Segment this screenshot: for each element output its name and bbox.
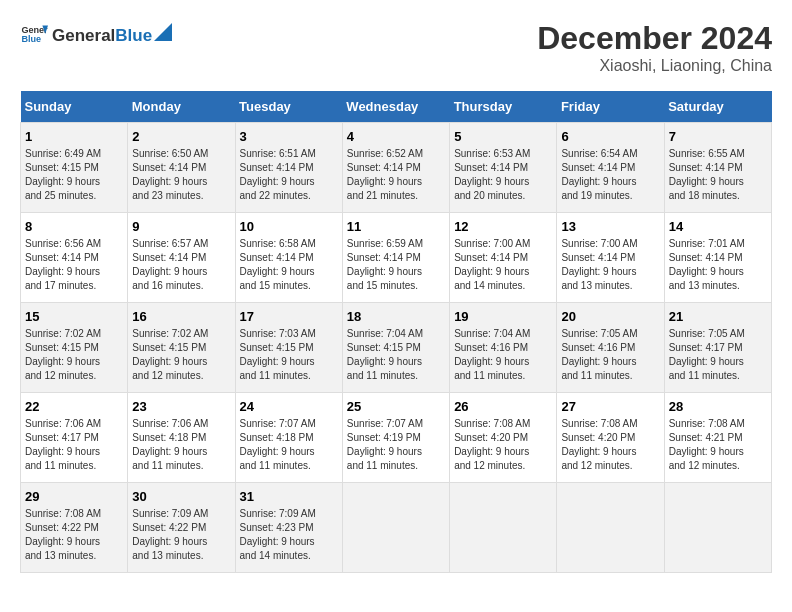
calendar-cell: 26Sunrise: 7:08 AM Sunset: 4:20 PM Dayli… — [450, 393, 557, 483]
day-info: Sunrise: 7:08 AM Sunset: 4:21 PM Dayligh… — [669, 417, 767, 473]
day-number: 3 — [240, 129, 338, 144]
calendar-cell: 14Sunrise: 7:01 AM Sunset: 4:14 PM Dayli… — [664, 213, 771, 303]
calendar-header: SundayMondayTuesdayWednesdayThursdayFrid… — [21, 91, 772, 123]
calendar-cell: 23Sunrise: 7:06 AM Sunset: 4:18 PM Dayli… — [128, 393, 235, 483]
svg-text:Blue: Blue — [21, 34, 41, 44]
day-number: 1 — [25, 129, 123, 144]
day-info: Sunrise: 7:07 AM Sunset: 4:19 PM Dayligh… — [347, 417, 445, 473]
calendar-cell: 4Sunrise: 6:52 AM Sunset: 4:14 PM Daylig… — [342, 123, 449, 213]
logo-text-general: General — [52, 26, 115, 46]
day-number: 9 — [132, 219, 230, 234]
weekday-header-wednesday: Wednesday — [342, 91, 449, 123]
day-info: Sunrise: 7:07 AM Sunset: 4:18 PM Dayligh… — [240, 417, 338, 473]
day-number: 12 — [454, 219, 552, 234]
calendar-cell: 6Sunrise: 6:54 AM Sunset: 4:14 PM Daylig… — [557, 123, 664, 213]
calendar-cell: 25Sunrise: 7:07 AM Sunset: 4:19 PM Dayli… — [342, 393, 449, 483]
calendar-cell: 2Sunrise: 6:50 AM Sunset: 4:14 PM Daylig… — [128, 123, 235, 213]
day-info: Sunrise: 7:00 AM Sunset: 4:14 PM Dayligh… — [454, 237, 552, 293]
day-info: Sunrise: 7:03 AM Sunset: 4:15 PM Dayligh… — [240, 327, 338, 383]
calendar-cell: 19Sunrise: 7:04 AM Sunset: 4:16 PM Dayli… — [450, 303, 557, 393]
calendar-cell: 10Sunrise: 6:58 AM Sunset: 4:14 PM Dayli… — [235, 213, 342, 303]
day-number: 26 — [454, 399, 552, 414]
day-info: Sunrise: 7:02 AM Sunset: 4:15 PM Dayligh… — [25, 327, 123, 383]
weekday-header-row: SundayMondayTuesdayWednesdayThursdayFrid… — [21, 91, 772, 123]
day-number: 30 — [132, 489, 230, 504]
calendar-cell: 8Sunrise: 6:56 AM Sunset: 4:14 PM Daylig… — [21, 213, 128, 303]
title-area: December 2024 Xiaoshi, Liaoning, China — [537, 20, 772, 75]
logo-triangle-icon — [154, 23, 172, 41]
calendar-cell: 1Sunrise: 6:49 AM Sunset: 4:15 PM Daylig… — [21, 123, 128, 213]
day-info: Sunrise: 7:08 AM Sunset: 4:22 PM Dayligh… — [25, 507, 123, 563]
calendar-cell: 28Sunrise: 7:08 AM Sunset: 4:21 PM Dayli… — [664, 393, 771, 483]
calendar-week-row: 15Sunrise: 7:02 AM Sunset: 4:15 PM Dayli… — [21, 303, 772, 393]
weekday-header-sunday: Sunday — [21, 91, 128, 123]
day-number: 17 — [240, 309, 338, 324]
weekday-header-monday: Monday — [128, 91, 235, 123]
day-number: 6 — [561, 129, 659, 144]
weekday-header-friday: Friday — [557, 91, 664, 123]
day-info: Sunrise: 6:56 AM Sunset: 4:14 PM Dayligh… — [25, 237, 123, 293]
day-info: Sunrise: 6:59 AM Sunset: 4:14 PM Dayligh… — [347, 237, 445, 293]
calendar-cell: 3Sunrise: 6:51 AM Sunset: 4:14 PM Daylig… — [235, 123, 342, 213]
weekday-header-tuesday: Tuesday — [235, 91, 342, 123]
day-number: 10 — [240, 219, 338, 234]
day-info: Sunrise: 6:58 AM Sunset: 4:14 PM Dayligh… — [240, 237, 338, 293]
day-number: 20 — [561, 309, 659, 324]
calendar-cell: 7Sunrise: 6:55 AM Sunset: 4:14 PM Daylig… — [664, 123, 771, 213]
calendar-cell: 30Sunrise: 7:09 AM Sunset: 4:22 PM Dayli… — [128, 483, 235, 573]
day-info: Sunrise: 6:52 AM Sunset: 4:14 PM Dayligh… — [347, 147, 445, 203]
calendar-cell: 15Sunrise: 7:02 AM Sunset: 4:15 PM Dayli… — [21, 303, 128, 393]
calendar-week-row: 8Sunrise: 6:56 AM Sunset: 4:14 PM Daylig… — [21, 213, 772, 303]
logo: General Blue General Blue — [20, 20, 172, 48]
day-info: Sunrise: 7:09 AM Sunset: 4:22 PM Dayligh… — [132, 507, 230, 563]
day-number: 21 — [669, 309, 767, 324]
day-number: 13 — [561, 219, 659, 234]
calendar-table: SundayMondayTuesdayWednesdayThursdayFrid… — [20, 91, 772, 573]
calendar-week-row: 22Sunrise: 7:06 AM Sunset: 4:17 PM Dayli… — [21, 393, 772, 483]
calendar-cell: 31Sunrise: 7:09 AM Sunset: 4:23 PM Dayli… — [235, 483, 342, 573]
day-info: Sunrise: 6:50 AM Sunset: 4:14 PM Dayligh… — [132, 147, 230, 203]
calendar-cell — [342, 483, 449, 573]
day-number: 29 — [25, 489, 123, 504]
calendar-cell: 21Sunrise: 7:05 AM Sunset: 4:17 PM Dayli… — [664, 303, 771, 393]
logo-text-blue: Blue — [115, 26, 152, 46]
day-info: Sunrise: 6:57 AM Sunset: 4:14 PM Dayligh… — [132, 237, 230, 293]
day-info: Sunrise: 7:02 AM Sunset: 4:15 PM Dayligh… — [132, 327, 230, 383]
day-number: 5 — [454, 129, 552, 144]
day-info: Sunrise: 7:06 AM Sunset: 4:17 PM Dayligh… — [25, 417, 123, 473]
calendar-body: 1Sunrise: 6:49 AM Sunset: 4:15 PM Daylig… — [21, 123, 772, 573]
calendar-cell: 11Sunrise: 6:59 AM Sunset: 4:14 PM Dayli… — [342, 213, 449, 303]
main-title: December 2024 — [537, 20, 772, 57]
day-number: 2 — [132, 129, 230, 144]
calendar-cell — [450, 483, 557, 573]
day-number: 11 — [347, 219, 445, 234]
calendar-cell — [664, 483, 771, 573]
calendar-cell: 12Sunrise: 7:00 AM Sunset: 4:14 PM Dayli… — [450, 213, 557, 303]
day-info: Sunrise: 7:04 AM Sunset: 4:16 PM Dayligh… — [454, 327, 552, 383]
day-info: Sunrise: 7:05 AM Sunset: 4:16 PM Dayligh… — [561, 327, 659, 383]
weekday-header-thursday: Thursday — [450, 91, 557, 123]
weekday-header-saturday: Saturday — [664, 91, 771, 123]
day-number: 14 — [669, 219, 767, 234]
day-number: 24 — [240, 399, 338, 414]
day-info: Sunrise: 7:01 AM Sunset: 4:14 PM Dayligh… — [669, 237, 767, 293]
day-number: 15 — [25, 309, 123, 324]
day-number: 22 — [25, 399, 123, 414]
day-number: 7 — [669, 129, 767, 144]
subtitle: Xiaoshi, Liaoning, China — [537, 57, 772, 75]
calendar-cell: 5Sunrise: 6:53 AM Sunset: 4:14 PM Daylig… — [450, 123, 557, 213]
day-number: 27 — [561, 399, 659, 414]
calendar-cell: 17Sunrise: 7:03 AM Sunset: 4:15 PM Dayli… — [235, 303, 342, 393]
calendar-week-row: 29Sunrise: 7:08 AM Sunset: 4:22 PM Dayli… — [21, 483, 772, 573]
day-number: 19 — [454, 309, 552, 324]
calendar-cell: 24Sunrise: 7:07 AM Sunset: 4:18 PM Dayli… — [235, 393, 342, 483]
day-info: Sunrise: 7:09 AM Sunset: 4:23 PM Dayligh… — [240, 507, 338, 563]
day-number: 18 — [347, 309, 445, 324]
day-info: Sunrise: 6:53 AM Sunset: 4:14 PM Dayligh… — [454, 147, 552, 203]
day-info: Sunrise: 7:05 AM Sunset: 4:17 PM Dayligh… — [669, 327, 767, 383]
day-number: 8 — [25, 219, 123, 234]
day-info: Sunrise: 7:08 AM Sunset: 4:20 PM Dayligh… — [561, 417, 659, 473]
calendar-cell: 9Sunrise: 6:57 AM Sunset: 4:14 PM Daylig… — [128, 213, 235, 303]
day-number: 25 — [347, 399, 445, 414]
calendar-cell: 29Sunrise: 7:08 AM Sunset: 4:22 PM Dayli… — [21, 483, 128, 573]
